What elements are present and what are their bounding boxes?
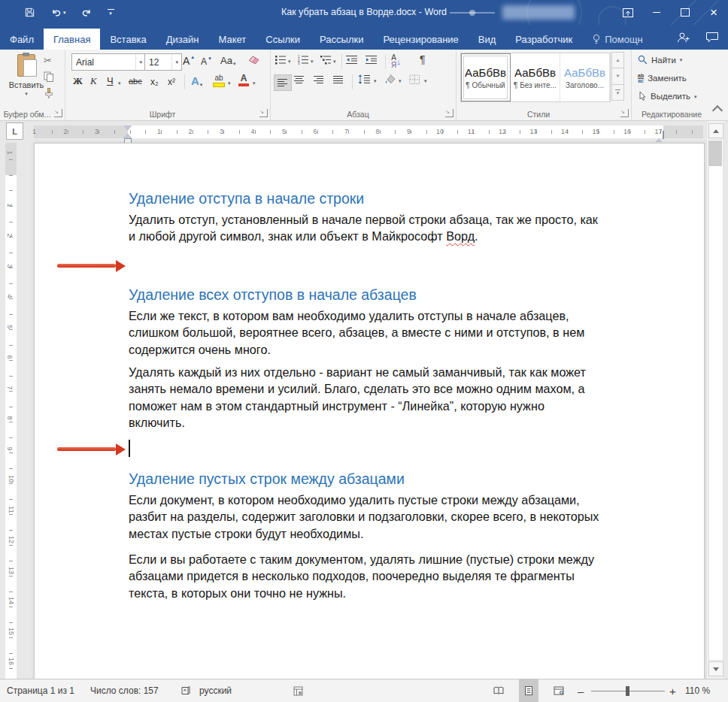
highlight-caret[interactable]: ▾ bbox=[228, 80, 231, 86]
scroll-down-button[interactable] bbox=[708, 661, 723, 676]
borders-caret[interactable]: ▾ bbox=[424, 78, 427, 83]
page-indicator[interactable]: Страница 1 из 1 bbox=[7, 679, 74, 702]
clipboard-dialog-launcher[interactable]: ↘ bbox=[54, 109, 62, 117]
proofing-status-button[interactable] bbox=[180, 679, 191, 702]
multilevel-list-button[interactable] bbox=[320, 55, 332, 65]
zoom-in-button[interactable]: + bbox=[669, 679, 676, 702]
collapse-ribbon-button[interactable] bbox=[712, 105, 723, 116]
tell-me-assistant[interactable]: Помощн bbox=[582, 29, 653, 50]
document-page[interactable]: Удаление отступа в начале строки Удалить… bbox=[34, 143, 705, 679]
tab-references[interactable]: Ссылки bbox=[256, 29, 310, 50]
bullets-caret[interactable]: ▾ bbox=[288, 59, 291, 64]
scroll-up-button[interactable] bbox=[708, 123, 723, 138]
ribbon-display-options-button[interactable] bbox=[614, 0, 642, 25]
tab-insert[interactable]: Вставка bbox=[100, 29, 156, 50]
font-color-button[interactable]: А bbox=[238, 74, 249, 86]
italic-button[interactable]: К bbox=[90, 75, 97, 87]
doc-paragraph-4: Если документ, в котором необходимо удал… bbox=[129, 492, 691, 542]
sort-button[interactable]: А Я ↓ bbox=[391, 54, 401, 69]
justify-button[interactable] bbox=[333, 75, 344, 84]
text-effects-button[interactable]: А▾ bbox=[191, 74, 202, 87]
macro-recording-button[interactable] bbox=[293, 679, 303, 702]
close-button[interactable]: × bbox=[699, 0, 728, 25]
repeat-button[interactable] bbox=[81, 8, 93, 18]
maximize-button[interactable] bbox=[671, 0, 699, 25]
styles-more-button[interactable]: ▼ bbox=[611, 84, 624, 101]
paste-button[interactable]: Вставить ▾ bbox=[6, 53, 47, 111]
h-ruler[interactable]: 3211234567891011121314151617 bbox=[34, 126, 703, 138]
find-button[interactable]: Найти ▾ bbox=[638, 55, 682, 65]
borders-button[interactable] bbox=[409, 74, 420, 85]
zoom-slider-thumb[interactable] bbox=[626, 686, 629, 696]
minimize-button[interactable] bbox=[642, 0, 671, 25]
highlight-color-button[interactable]: ab bbox=[213, 74, 225, 87]
select-button[interactable]: Выделить ▾ bbox=[638, 91, 697, 101]
strikethrough-button[interactable]: abc bbox=[129, 77, 142, 86]
font-dialog-launcher[interactable]: ↘ bbox=[259, 109, 268, 117]
underline-caret[interactable]: ▾ bbox=[118, 80, 121, 86]
comment-icon[interactable] bbox=[705, 32, 719, 43]
shading-button[interactable] bbox=[384, 74, 396, 85]
undo-button[interactable]: ▾ bbox=[50, 8, 66, 18]
grow-font-button[interactable]: A▲ bbox=[183, 55, 195, 67]
scrollbar-thumb[interactable] bbox=[708, 141, 722, 166]
style-card-normal[interactable]: АаБбВв ¶ Обычный bbox=[461, 53, 511, 101]
copy-button[interactable] bbox=[44, 71, 54, 83]
increase-indent-button[interactable] bbox=[366, 55, 378, 65]
numbering-button[interactable]: 123 bbox=[298, 55, 309, 65]
show-formatting-marks-button[interactable]: ¶ bbox=[420, 53, 426, 65]
vertical-scrollbar[interactable] bbox=[706, 121, 723, 679]
align-left-button[interactable] bbox=[274, 74, 292, 91]
subscript-button[interactable]: x₂ bbox=[150, 77, 159, 87]
word-count[interactable]: Число слов: 157 bbox=[90, 679, 159, 702]
tab-stop-selector[interactable]: L bbox=[6, 123, 23, 140]
share-person-icon[interactable] bbox=[677, 32, 690, 44]
tab-file[interactable]: Файл bbox=[0, 29, 44, 50]
styles-scroll-down-button[interactable]: ▼ bbox=[611, 68, 624, 84]
read-mode-button[interactable] bbox=[489, 679, 508, 702]
style-card-heading[interactable]: АаБбВв Заголово... bbox=[560, 53, 610, 101]
first-line-indent-marker[interactable] bbox=[124, 126, 132, 130]
underline-button[interactable]: Ч bbox=[107, 75, 114, 86]
language-indicator[interactable]: русский bbox=[199, 679, 232, 702]
tab-developer[interactable]: Разработчик bbox=[505, 29, 582, 50]
clear-formatting-button[interactable] bbox=[248, 55, 260, 65]
multilevel-caret[interactable]: ▾ bbox=[333, 59, 336, 64]
tab-view[interactable]: Вид bbox=[469, 29, 506, 50]
print-layout-button[interactable] bbox=[519, 679, 538, 702]
zoom-out-button[interactable]: – bbox=[578, 679, 584, 702]
shrink-font-button[interactable]: A▼ bbox=[201, 56, 212, 67]
customize-qat-button[interactable]: ▾ bbox=[108, 9, 114, 16]
save-button[interactable] bbox=[24, 7, 35, 18]
styles-dialog-launcher[interactable]: ↘ bbox=[620, 109, 629, 117]
bold-button[interactable]: Ж bbox=[73, 75, 83, 87]
align-right-button[interactable] bbox=[314, 75, 324, 84]
paragraph-dialog-launcher[interactable]: ↘ bbox=[445, 109, 453, 117]
scrollbar-track[interactable] bbox=[708, 139, 723, 661]
format-painter-button[interactable] bbox=[44, 88, 54, 99]
tab-design[interactable]: Дизайн bbox=[156, 29, 209, 50]
font-color-caret[interactable]: ▾ bbox=[253, 80, 256, 86]
font-size-combobox[interactable]: 12 ▾ bbox=[144, 53, 182, 71]
styles-scroll-up-button[interactable]: ▲ bbox=[611, 52, 624, 68]
style-card-no-spacing[interactable]: АаБбВв ¶ Без инте... bbox=[511, 53, 560, 101]
v-ruler[interactable]: 112345678910111213141516 bbox=[5, 143, 17, 679]
decrease-indent-button[interactable] bbox=[346, 55, 358, 65]
change-case-button[interactable]: Aa▾ bbox=[220, 55, 235, 66]
shading-caret[interactable]: ▾ bbox=[399, 78, 402, 83]
font-family-combobox[interactable]: Arial ▾ bbox=[71, 53, 146, 71]
numbering-caret[interactable]: ▾ bbox=[311, 59, 314, 64]
cut-button[interactable]: ✂ bbox=[44, 55, 52, 66]
web-layout-button[interactable] bbox=[549, 679, 569, 702]
tab-home[interactable]: Главная bbox=[44, 29, 100, 50]
replace-button[interactable]: ab ac Заменить bbox=[638, 73, 687, 83]
tab-layout[interactable]: Макет bbox=[208, 29, 256, 50]
line-spacing-caret[interactable]: ▾ bbox=[374, 78, 377, 83]
tab-mailings[interactable]: Рассылки bbox=[310, 29, 373, 50]
line-spacing-button[interactable] bbox=[358, 74, 371, 84]
tab-review[interactable]: Рецензирование bbox=[373, 29, 468, 50]
superscript-button[interactable]: x² bbox=[168, 77, 175, 87]
align-center-button[interactable] bbox=[294, 75, 305, 84]
zoom-level[interactable]: 110 % bbox=[685, 679, 710, 702]
bullets-button[interactable] bbox=[275, 55, 287, 65]
